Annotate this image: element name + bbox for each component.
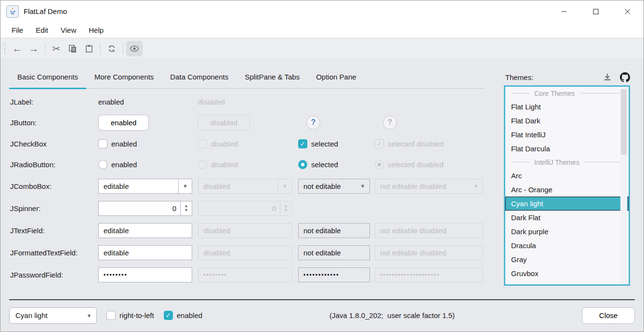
minimize-button[interactable] — [548, 0, 580, 22]
checkbox-selected-disabled: ✓ — [375, 139, 384, 148]
refresh-icon[interactable] — [104, 41, 120, 56]
basic-components-panel: JLabel: enabled disabled JButton: enable… — [0, 92, 487, 286]
textfield-not-editable-disabled: not editable disabled — [375, 223, 483, 238]
theme-item-flat-dark[interactable]: Flat Dark — [505, 114, 629, 128]
window-controls — [548, 0, 644, 22]
radio-selected-disabled — [375, 160, 384, 169]
jlabel-row: JLabel: enabled disabled — [0, 92, 487, 111]
row-label: JRadioButton: — [10, 160, 98, 169]
jpasswordfield-row: JPasswordField: •••••••• •••••••• ••••••… — [0, 264, 487, 286]
theme-item-gruvbox[interactable]: Gruvbox — [505, 266, 629, 280]
radio-label: enabled — [111, 160, 137, 169]
flatlaf-demo-window: FlatLaf Demo File Edit View Help ← → ✂ — [0, 0, 644, 332]
toolbar-grip[interactable] — [4, 43, 5, 54]
theme-selector-combobox[interactable]: Cyan light ▼ — [9, 307, 97, 324]
themes-section-header: IntelliJ Themes — [505, 156, 629, 169]
tab-data-components[interactable]: Data Components — [162, 68, 237, 89]
checkbox-enabled[interactable] — [98, 139, 107, 148]
scrollbar-thumb[interactable] — [621, 89, 627, 155]
enabled-checkbox-label: enabled — [177, 311, 202, 319]
passwordfield-not-editable-disabled: •••••••••••••••••••• — [375, 267, 483, 282]
chevron-down-icon[interactable]: ▼ — [178, 179, 192, 193]
textfield-editable[interactable]: editable — [98, 223, 192, 238]
menu-file[interactable]: File — [5, 24, 29, 36]
themes-label: Themes: — [505, 73, 533, 81]
chevron-down-icon[interactable]: ▼ — [82, 313, 96, 319]
spinner-enabled[interactable]: 0▲▼ — [98, 201, 192, 216]
jcheckbox-row: JCheckBox enabled disabled ✓selected ✓se… — [0, 133, 487, 154]
row-label: JTextField: — [10, 226, 98, 235]
enabled-button[interactable]: enabled — [98, 115, 149, 131]
row-label: JSpinner: — [10, 204, 98, 212]
radio-label: disabled — [211, 160, 238, 169]
tab-bar: Basic Components More Components Data Co… — [9, 68, 485, 89]
jradiobutton-row: JRadioButton: enabled disabled selected … — [0, 154, 487, 175]
cut-icon[interactable]: ✂ — [48, 41, 65, 56]
tab-option-pane[interactable]: Option Pane — [308, 68, 364, 89]
chevron-down-icon[interactable]: ▼ — [356, 179, 369, 193]
help-button[interactable]: ? — [306, 116, 320, 130]
menu-view[interactable]: View — [54, 24, 82, 36]
radio-label: selected — [311, 160, 338, 169]
theme-item-cyan-light[interactable]: Cyan light — [505, 197, 629, 211]
chevron-down-icon: ▼ — [469, 179, 483, 193]
theme-item-dracula[interactable]: Dracula — [505, 239, 629, 252]
jformattedtextfield-row: JFormattedTextField: editable disabled n… — [0, 241, 487, 264]
theme-item-flat-light[interactable]: Flat Light — [505, 100, 629, 114]
back-icon[interactable]: ← — [9, 41, 26, 56]
menu-edit[interactable]: Edit — [29, 24, 54, 36]
combobox-not-editable[interactable]: not editable▼ — [298, 179, 370, 194]
theme-item-gray[interactable]: Gray — [505, 252, 629, 266]
toolbar-separator — [100, 43, 101, 54]
right-to-left-checkbox[interactable] — [106, 311, 116, 320]
checkbox-label: disabled — [211, 140, 238, 148]
close-button[interactable]: Close — [582, 307, 635, 324]
theme-item-arc-orange[interactable]: Arc - Orange — [505, 183, 629, 197]
jlabel-disabled: disabled — [198, 98, 225, 106]
theme-item-flat-darcula[interactable]: Flat Darcula — [505, 142, 629, 156]
jcombobox-row: JComboBox: editable▼ disabled▼ not edita… — [0, 175, 487, 197]
themes-list[interactable]: Core Themes Flat Light Flat Dark Flat In… — [504, 85, 630, 286]
radio-label: selected disabled — [388, 160, 444, 169]
passwordfield-editable[interactable]: •••••••• — [98, 267, 192, 282]
tab-splitpane-tabs[interactable]: SplitPane & Tabs — [237, 68, 308, 89]
formatted-textfield-disabled: disabled — [198, 245, 292, 260]
copy-icon[interactable] — [65, 41, 81, 56]
theme-item-dark-purple[interactable]: Dark purple — [505, 225, 629, 239]
menu-help[interactable]: Help — [82, 24, 110, 36]
help-button-disabled: ? — [383, 116, 397, 130]
show-hide-eye-icon[interactable] — [126, 41, 143, 56]
close-window-button[interactable] — [612, 0, 644, 22]
menu-bar: File Edit View Help — [0, 22, 644, 38]
themes-header: Themes: — [505, 71, 630, 83]
paste-icon[interactable] — [81, 41, 97, 56]
tab-basic-components[interactable]: Basic Components — [9, 68, 86, 89]
checkbox-label: selected disabled — [388, 140, 444, 148]
theme-item-arc[interactable]: Arc — [505, 169, 629, 183]
maximize-button[interactable] — [580, 0, 612, 22]
formatted-textfield-editable[interactable]: editable — [98, 245, 192, 260]
theme-item-dark-flat[interactable]: Dark Flat — [505, 211, 629, 225]
radio-disabled — [198, 160, 207, 169]
bottom-bar: Cyan light ▼ right-to-left ✓ enabled (Ja… — [0, 299, 644, 332]
forward-icon[interactable]: → — [26, 41, 42, 56]
jspinner-row: JSpinner: 0▲▼ 0▲▼ — [0, 197, 487, 219]
download-icon[interactable] — [602, 72, 613, 82]
github-icon[interactable] — [619, 72, 630, 82]
jlabel-enabled: enabled — [98, 98, 124, 106]
theme-item-flat-intellij[interactable]: Flat IntelliJ — [505, 128, 629, 142]
enabled-checkbox[interactable]: ✓ — [164, 311, 173, 320]
checkbox-selected[interactable]: ✓ — [298, 139, 307, 148]
row-label: JComboBox: — [10, 182, 98, 190]
jbutton-row: JButton: enabled disabled ? ? — [0, 111, 487, 133]
tab-more-components[interactable]: More Components — [86, 68, 162, 89]
combobox-editable[interactable]: editable▼ — [98, 179, 192, 194]
themes-scrollbar[interactable] — [620, 88, 627, 286]
radio-enabled[interactable] — [98, 160, 107, 169]
checkbox-label: selected — [311, 140, 338, 148]
radio-selected[interactable] — [298, 160, 307, 169]
title-bar: FlatLaf Demo — [0, 0, 644, 22]
spinner-disabled: 0▲▼ — [198, 201, 292, 216]
row-label: JFormattedTextField: — [10, 249, 98, 257]
spinner-arrows-icon[interactable]: ▲▼ — [180, 201, 192, 215]
